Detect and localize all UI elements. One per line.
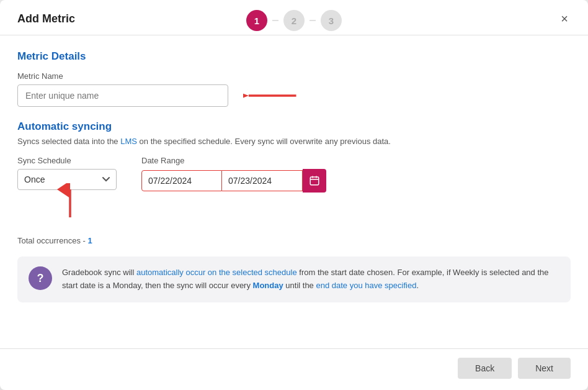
- arrow-up-indicator: [55, 183, 86, 223]
- calendar-icon: [309, 175, 320, 186]
- info-icon: ?: [29, 266, 52, 290]
- step-2: 2: [283, 10, 305, 31]
- dialog-footer: Back Next: [0, 348, 588, 390]
- lms-link: LMS: [120, 137, 137, 146]
- metric-name-input[interactable]: [17, 84, 228, 107]
- step-3: 3: [321, 10, 342, 31]
- info-box: ? Gradebook sync will automatically occu…: [17, 256, 571, 302]
- auto-sync-title: Automatic syncing: [17, 120, 571, 133]
- metric-name-label: Metric Name: [17, 71, 571, 81]
- metric-details-title: Metric Details: [17, 50, 571, 63]
- dialog-body: Metric Details Metric Name: [0, 35, 588, 348]
- sync-schedule-col: Sync Schedule Once Daily Weekly Monthly: [17, 156, 117, 190]
- dialog-title: Add Metric: [17, 12, 75, 25]
- metric-name-row: [17, 84, 571, 107]
- date-end-input[interactable]: [222, 170, 303, 191]
- date-picker-button[interactable]: [303, 169, 326, 193]
- close-button[interactable]: ×: [558, 11, 571, 26]
- metric-details-section: Metric Details Metric Name: [17, 50, 571, 107]
- date-range-col: Date Range: [141, 156, 326, 193]
- sync-schedule-label: Sync Schedule: [17, 156, 117, 165]
- step-connector-1: [272, 20, 278, 21]
- date-range-inputs: [141, 169, 326, 193]
- date-range-label: Date Range: [141, 156, 326, 165]
- arrow-indicator: [243, 87, 299, 104]
- svg-rect-3: [310, 177, 319, 185]
- date-start-input[interactable]: [141, 170, 222, 191]
- stepper: 1 2 3: [246, 10, 342, 31]
- step-connector-2: [310, 20, 316, 21]
- auto-sync-desc: Syncs selected data into the LMS on the …: [17, 137, 571, 146]
- back-button[interactable]: Back: [458, 358, 512, 379]
- add-metric-dialog: Add Metric 1 2 3 × Metric Details Metric…: [0, 0, 588, 390]
- total-occurrences: Total occurrences - 1: [17, 236, 571, 245]
- automatic-syncing-section: Automatic syncing Syncs selected data in…: [17, 120, 571, 302]
- dialog-header: Add Metric 1 2 3 ×: [0, 0, 588, 35]
- info-text: Gradebook sync will automatically occur …: [62, 266, 559, 292]
- sync-row: Sync Schedule Once Daily Weekly Monthly: [17, 156, 571, 193]
- next-button[interactable]: Next: [518, 358, 571, 379]
- step-1: 1: [246, 10, 267, 31]
